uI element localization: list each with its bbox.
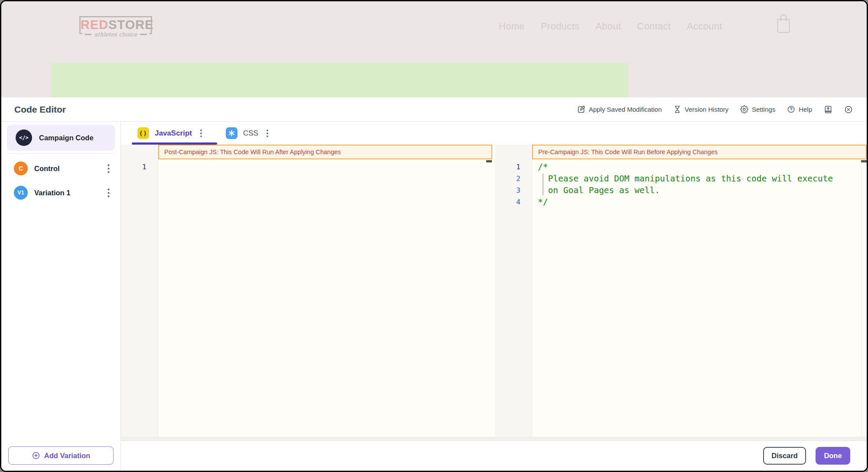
nav-link-home[interactable]: Home bbox=[499, 21, 525, 32]
gear-icon bbox=[740, 105, 748, 113]
campaign-code-label: Campaign Code bbox=[39, 134, 94, 142]
editor-main: () JavaScript CSS bbox=[121, 122, 867, 471]
discard-button[interactable]: Discard bbox=[763, 447, 806, 465]
right-line-number-gutter: 1 2 3 4 bbox=[495, 159, 532, 437]
add-variation-button[interactable]: Add Variation bbox=[8, 446, 114, 465]
site-logo-text: REDSTORE bbox=[81, 17, 151, 32]
done-button[interactable]: Done bbox=[816, 447, 850, 465]
site-nav: Home Products About Contact Account bbox=[499, 21, 722, 32]
nav-link-account[interactable]: Account bbox=[687, 21, 722, 32]
dock-editor-button[interactable] bbox=[824, 105, 832, 114]
settings-button[interactable]: Settings bbox=[740, 105, 775, 113]
add-variation-label: Add Variation bbox=[44, 452, 90, 460]
shopping-bag-icon[interactable] bbox=[775, 13, 792, 33]
post-campaign-note: Post-Campaign JS: This Code Will Run Aft… bbox=[158, 145, 492, 159]
help-label: Help bbox=[799, 106, 812, 113]
css-tab-menu-icon[interactable] bbox=[267, 129, 268, 137]
apply-saved-modification-label: Apply Saved Modification bbox=[589, 106, 662, 113]
right-scrollbar[interactable] bbox=[861, 159, 867, 437]
tab-bar: () JavaScript CSS bbox=[121, 122, 867, 145]
pane-bottom-strip bbox=[121, 437, 867, 440]
line-number: 3 bbox=[495, 184, 532, 196]
javascript-icon: () bbox=[137, 127, 149, 139]
sidebar: </> Campaign Code C Control V1 Variation… bbox=[1, 122, 121, 471]
line-number: 2 bbox=[495, 173, 532, 184]
dock-arrow-icon bbox=[824, 105, 832, 114]
post-campaign-js-editor[interactable] bbox=[158, 159, 492, 437]
code-line: */ bbox=[538, 196, 867, 208]
nav-link-products[interactable]: Products bbox=[541, 21, 579, 32]
variation-1-badge: V1 bbox=[14, 186, 28, 200]
code-icon: </> bbox=[16, 129, 32, 146]
logo-store-part: STORE bbox=[108, 18, 153, 32]
left-scrollbar-thumb[interactable] bbox=[486, 160, 492, 162]
logo-tagline-text: athletes choice bbox=[94, 31, 137, 38]
editor-title: Code Editor bbox=[14, 104, 66, 115]
editor-body: </> Campaign Code C Control V1 Variation… bbox=[1, 122, 867, 471]
code-editor-panel: Code Editor Apply Saved Modification bbox=[1, 97, 867, 471]
tab-javascript[interactable]: () JavaScript bbox=[137, 127, 202, 139]
close-editor-button[interactable] bbox=[844, 105, 853, 114]
plus-circle-icon bbox=[32, 451, 40, 460]
version-history-label: Version History bbox=[685, 106, 728, 113]
sidebar-item-campaign-code[interactable]: </> Campaign Code bbox=[7, 125, 115, 151]
tab-javascript-label: JavaScript bbox=[155, 129, 192, 138]
logo-red-part: RED bbox=[81, 18, 108, 32]
post-campaign-js-pane: Post-Campaign JS: This Code Will Run Aft… bbox=[121, 145, 492, 437]
logo-tagline: athletes choice bbox=[82, 31, 149, 38]
site-logo: REDSTORE athletes choice bbox=[79, 16, 152, 34]
site-green-banner bbox=[51, 63, 628, 97]
code-panes: Post-Campaign JS: This Code Will Run Aft… bbox=[121, 145, 867, 437]
variation-1-label: Variation 1 bbox=[34, 189, 70, 197]
site-background: REDSTORE athletes choice Home Products A… bbox=[1, 1, 867, 97]
control-badge: C bbox=[14, 162, 28, 175]
editor-header: Code Editor Apply Saved Modification bbox=[1, 97, 867, 122]
line-number: 1 bbox=[121, 161, 158, 173]
hourglass-icon bbox=[673, 105, 681, 113]
control-menu-icon[interactable] bbox=[107, 164, 110, 173]
help-button[interactable]: Help bbox=[787, 105, 812, 113]
control-label: Control bbox=[34, 165, 60, 173]
code-line: Please avoid DOM manipulations as this c… bbox=[538, 173, 867, 184]
pre-campaign-note: Pre-Campaign JS: This Code Will Run Befo… bbox=[532, 145, 867, 159]
sidebar-item-variation-1[interactable]: V1 Variation 1 bbox=[7, 181, 115, 205]
left-line-number-gutter: 1 bbox=[121, 159, 158, 437]
apply-saved-modification-button[interactable]: Apply Saved Modification bbox=[577, 105, 662, 113]
left-gutter-header bbox=[121, 145, 158, 159]
line-number: 4 bbox=[495, 196, 532, 208]
tab-css[interactable]: CSS bbox=[226, 127, 268, 139]
editor-footer: Discard Done bbox=[121, 440, 867, 471]
app-window: REDSTORE athletes choice Home Products A… bbox=[0, 0, 868, 472]
pre-campaign-js-pane: Pre-Campaign JS: This Code Will Run Befo… bbox=[495, 145, 867, 437]
right-gutter-header bbox=[495, 145, 532, 159]
version-history-button[interactable]: Version History bbox=[673, 105, 728, 113]
editor-actions: Apply Saved Modification Version History bbox=[577, 105, 853, 114]
variation-1-menu-icon[interactable] bbox=[107, 188, 110, 197]
code-line: /* bbox=[538, 161, 867, 173]
help-circle-icon bbox=[787, 105, 795, 113]
pre-campaign-js-editor[interactable]: /* Please avoid DOM manipulations as thi… bbox=[532, 159, 867, 437]
nav-link-about[interactable]: About bbox=[595, 21, 621, 32]
css-icon bbox=[226, 127, 237, 139]
nav-link-contact[interactable]: Contact bbox=[637, 21, 671, 32]
sidebar-divider bbox=[7, 153, 115, 154]
sidebar-item-control[interactable]: C Control bbox=[7, 156, 115, 181]
right-scrollbar-thumb[interactable] bbox=[861, 160, 867, 162]
tab-css-label: CSS bbox=[243, 129, 258, 138]
javascript-tab-menu-icon[interactable] bbox=[200, 129, 202, 137]
close-icon bbox=[844, 105, 853, 114]
edit-icon bbox=[577, 105, 585, 113]
settings-label: Settings bbox=[752, 106, 775, 113]
comment-indent-guide bbox=[543, 174, 543, 195]
line-number: 1 bbox=[495, 161, 532, 173]
code-line: on Goal Pages as well. bbox=[538, 184, 867, 196]
